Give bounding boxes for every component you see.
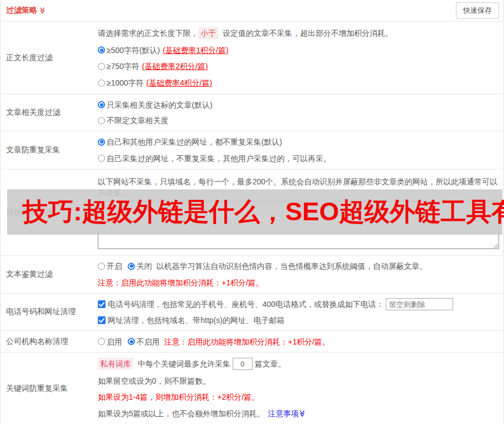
page-title-text: 过滤策略: [6, 6, 37, 15]
radio-icon[interactable]: [98, 63, 105, 70]
radio-label: 启用: [107, 336, 122, 347]
replacement-phone-input[interactable]: [386, 298, 453, 310]
row-relevance-filter: 文章相关度过滤 只采集相关度达标的文章(默认) 不限定文章相关度: [1, 94, 503, 131]
radio-option-dedup-self-only[interactable]: 自己采集过的网址，不重复采集，其他用户采集过的，可以再采。: [98, 153, 499, 164]
top-bar: 过滤策略 ≫ 快速保存: [1, 0, 503, 21]
page-title[interactable]: 过滤策略 ≫: [6, 6, 46, 15]
radio-option-1000-chars[interactable]: ≥1000字符 (基础费率4积分/篇): [98, 77, 499, 88]
radio-icon[interactable]: [98, 338, 105, 345]
body-length-intro: 请选择需求的正文长度下限， 小于 设定值的文章不采集，超出部分不增加积分消耗。: [98, 27, 499, 39]
row-dedup-collection: 文章防重复采集 自己和其他用户采集过的网址，都不重复采集(默认) 自己采集过的网…: [1, 131, 503, 169]
radio-option-porn-on[interactable]: 开启: [98, 261, 122, 272]
radio-icon[interactable]: [98, 263, 105, 270]
row-label-keyword: 关键词防重复采集: [1, 353, 98, 424]
double-chevron-down-icon: ≫: [39, 7, 46, 14]
radio-option-dedup-all-users[interactable]: 自己和其他用户采集过的网址，都不重复采集(默认): [98, 136, 499, 147]
checkbox-label: 网址清理，包括纯域名、带http(s)的网址、电子邮箱: [108, 315, 285, 326]
row-porn-filter: 文本鉴黄过滤 开启 关闭 以机器学习算法自动识别色情内容，当色情概率达到系统阈值…: [1, 255, 503, 293]
radio-label: 自己和其他用户采集过的网址，都不重复采集(默认): [107, 136, 282, 147]
radio-label: 不限定文章相关度: [107, 115, 169, 126]
fee-note: (基础费率1积分/篇): [162, 45, 228, 56]
radio-icon[interactable]: [128, 338, 135, 345]
phone-cleaning-line: 电话号码清理，包括常见的手机号、座机号、400电话格式，或替换成如下电话：: [98, 298, 499, 310]
row-label-dedup: 文章防重复采集: [1, 131, 98, 169]
row-label-company: 公司机构名称清理: [1, 331, 98, 352]
radio-label: 开启: [107, 261, 122, 272]
radio-option-750-chars[interactable]: ≥750字符 (基础费率2积分/篇): [98, 61, 499, 72]
keyword-note-zero: 如果留空或设为0，则不限篇数。: [98, 375, 499, 386]
radio-label: ≥750字符: [107, 61, 139, 72]
porn-filter-options: 开启 关闭 以机器学习算法自动识别色情内容，当色情概率达到系统阈值，自动屏蔽文章…: [98, 261, 499, 272]
radio-option-company-off[interactable]: 不启用: [128, 336, 160, 347]
radio-option-company-on[interactable]: 启用: [98, 336, 122, 347]
row-label-body-length: 正文长度过滤: [1, 22, 98, 94]
radio-label: 自己采集过的网址，不重复采集，其他用户采集过的，可以再采。: [107, 153, 331, 164]
porn-filter-desc: 以机器学习算法自动识别色情内容，当色情概率达到系统阈值，自动屏蔽文章。: [156, 261, 427, 272]
row-content-body-length: 请选择需求的正文长度下限， 小于 设定值的文章不采集，超出部分不增加积分消耗。 …: [98, 22, 503, 94]
radio-icon[interactable]: [98, 46, 105, 54]
radio-label: 只采集相关度达标的文章(默认): [107, 99, 212, 110]
row-company-name-cleaning: 公司机构名称清理 启用 不启用 注意：启用此功能将增加积分消耗：+1积分/篇。: [1, 330, 503, 352]
row-body-length-filter: 正文长度过滤 请选择需求的正文长度下限， 小于 设定值的文章不采集，超出部分不增…: [1, 21, 503, 94]
keyword-note-fee: 如果设为1-4篇，则增加积分消耗：+2积分/篇。: [98, 391, 499, 402]
radio-label: 关闭: [136, 261, 152, 272]
radio-icon[interactable]: [98, 101, 105, 108]
radio-icon[interactable]: [98, 139, 105, 146]
checkbox-icon[interactable]: [98, 316, 106, 324]
checkbox-icon[interactable]: [98, 300, 106, 308]
keyword-limit-input[interactable]: [233, 358, 253, 370]
row-content-company: 启用 不启用 注意：启用此功能将增加积分消耗：+1积分/篇。: [98, 331, 503, 352]
row-content-dedup: 自己和其他用户采集过的网址，都不重复采集(默认) 自己采集过的网址，不重复采集，…: [98, 131, 503, 169]
checkbox-label: 电话号码清理，包括常见的手机号、座机号、400电话格式，或替换成如下电话：: [108, 299, 384, 310]
radio-icon[interactable]: [98, 117, 105, 124]
less-than-tag: 小于: [198, 27, 218, 39]
row-phone-url-cleaning: 电话号码和网址清理 电话号码清理，包括常见的手机号、座机号、400电话格式，或替…: [1, 293, 503, 330]
radio-option-relevance-any[interactable]: 不限定文章相关度: [98, 115, 499, 126]
radio-icon[interactable]: [98, 80, 105, 87]
double-chevron-down-icon: ≫: [299, 410, 306, 417]
company-note: 注意：启用此功能将增加积分消耗：+1积分/篇。: [164, 336, 330, 347]
radio-option-relevance-only[interactable]: 只采集相关度达标的文章(默认): [98, 99, 499, 110]
keyword-note-five: 如果设为5篇或以上，也不会额外增加积分消耗。 注意事项 ≫: [98, 408, 499, 419]
radio-label: ≥500字符(默认): [107, 45, 160, 56]
filter-settings-page: 过滤策略 ≫ 快速保存 正文长度过滤 请选择需求的正文长度下限， 小于 设定值的…: [0, 0, 504, 424]
radio-option-porn-off[interactable]: 关闭: [128, 261, 152, 272]
keyword-limit-line: 私有词库 中每个关键词最多允许采集 篇文章。: [98, 358, 499, 370]
radio-label: ≥1000字符: [107, 77, 144, 88]
row-content-relevance: 只采集相关度达标的文章(默认) 不限定文章相关度: [98, 94, 503, 131]
row-content-keyword: 私有词库 中每个关键词最多允许采集 篇文章。 如果留空或设为0，则不限篇数。 如…: [98, 353, 503, 424]
checkbox-url-cleaning[interactable]: 网址清理，包括纯域名、带http(s)的网址、电子邮箱: [98, 315, 499, 326]
fee-note: (基础费率4积分/篇): [146, 77, 212, 88]
radio-icon[interactable]: [128, 263, 135, 270]
row-label-phone-url: 电话号码和网址清理: [1, 294, 98, 330]
row-keyword-dedup: 关键词防重复采集 私有词库 中每个关键词最多允许采集 篇文章。 如果留空或设为0…: [1, 352, 503, 424]
radio-icon[interactable]: [98, 155, 105, 162]
notice-link[interactable]: 注意事项: [268, 408, 299, 419]
quick-save-button[interactable]: 快速保存: [456, 2, 499, 19]
porn-filter-note: 注意：启用此功能将增加积分消耗：+1积分/篇。: [98, 277, 499, 288]
row-content-porn-filter: 开启 关闭 以机器学习算法自动识别色情内容，当色情概率达到系统阈值，自动屏蔽文章…: [98, 256, 503, 293]
watermark-text: 技巧:超级外链是什么，SEO超级外链工具有: [23, 195, 504, 229]
radio-option-500-chars[interactable]: ≥500字符(默认) (基础费率1积分/篇): [98, 45, 499, 56]
company-options-line: 启用 不启用 注意：启用此功能将增加积分消耗：+1积分/篇。: [98, 336, 499, 347]
row-content-phone-url: 电话号码清理，包括常见的手机号、座机号、400电话格式，或替换成如下电话： 网址…: [98, 294, 503, 330]
checkbox-phone-cleaning[interactable]: 电话号码清理，包括常见的手机号、座机号、400电话格式，或替换成如下电话：: [98, 299, 384, 310]
fee-note: (基础费率2积分/篇): [142, 61, 208, 72]
watermark-overlay: 技巧:超级外链是什么，SEO超级外链工具有: [7, 189, 502, 235]
private-lexicon-tag: 私有词库: [98, 358, 133, 370]
row-label-relevance: 文章相关度过滤: [1, 94, 98, 131]
row-label-porn-filter: 文本鉴黄过滤: [1, 256, 98, 293]
radio-label: 不启用: [136, 336, 160, 347]
